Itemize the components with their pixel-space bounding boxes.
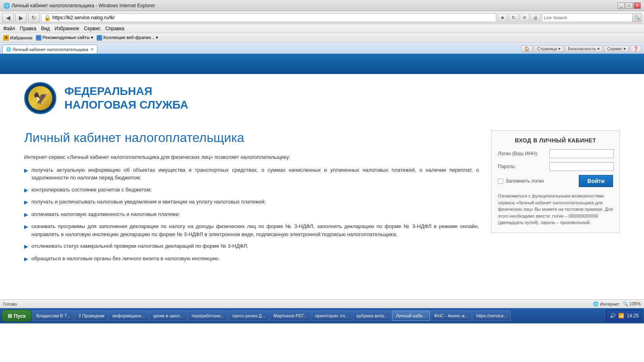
taskbar-item-5[interactable]: пресс-релиз Д...	[229, 311, 269, 321]
service-btn[interactable]: Сервис ▾	[604, 45, 629, 52]
minimize-button[interactable]: _	[617, 2, 625, 9]
search-box: Live Search 🔍	[542, 13, 642, 22]
tab-page-icon: 🌐	[6, 47, 11, 51]
taskbar-item-4[interactable]: переработанн...	[188, 311, 228, 321]
fns-logo: 🦅	[24, 82, 56, 114]
password-label: Пароль:	[498, 164, 546, 169]
status-text: Готово	[3, 302, 593, 306]
menu-file[interactable]: Файл	[3, 26, 15, 31]
favorites-item-recommended[interactable]: ⬡ Рекомендуемые сайты ▾	[36, 35, 93, 41]
start-button[interactable]: ⊞ Пуск	[2, 310, 32, 322]
toolbar-right-icons: ★ ↻ ✕ 🖨	[498, 13, 540, 22]
remember-checkbox[interactable]	[498, 179, 503, 184]
login-input[interactable]	[549, 149, 614, 158]
login-help-text: Ознакомиться с функциональными возможнос…	[498, 193, 613, 226]
maximize-button[interactable]: □	[625, 2, 633, 9]
windows-logo: ⊞	[8, 313, 12, 319]
fns-title-line2: НАЛОГОВАЯ СЛУЖБА	[64, 98, 188, 112]
login-title: ВХОД В ЛИЧНЫЙ КАБИНЕТ	[498, 137, 613, 144]
search-go-button[interactable]: 🔍	[632, 14, 641, 22]
status-zone: 🌐 Интернет	[593, 301, 619, 306]
close-button[interactable]: ✕	[634, 2, 641, 9]
favorites-btn[interactable]: ★	[498, 13, 508, 22]
taskbar-item-0[interactable]: Владислав В 7...	[33, 311, 74, 321]
tab-close-icon[interactable]: ✕	[91, 47, 94, 51]
menu-bar: Файл Правка Вид Избранное Сервис Справка	[0, 24, 644, 33]
stop-icon-btn[interactable]: ✕	[520, 13, 529, 22]
favorites-bar: ★ Избранное ⬡ Рекомендуемые сайты ▾ ⬡ Ко…	[0, 33, 644, 43]
page-title: Личный кабинет налогоплательщика	[24, 130, 479, 145]
menu-help[interactable]: Справка	[105, 26, 124, 31]
menu-edit[interactable]: Правка	[20, 26, 37, 31]
fav-icon-2: ⬡	[36, 35, 41, 41]
tray-icon-1: 🔊	[610, 313, 616, 319]
menu-view[interactable]: Вид	[41, 26, 50, 31]
tray-icon-2: 📶	[618, 313, 624, 319]
taskbar-tray: 🔊 📶 14:25	[606, 310, 642, 322]
remember-row: Запомнить логин Войти	[498, 175, 613, 187]
list-item: ▶ получать актуальную информацию об объе…	[24, 166, 479, 182]
taskbar-item-3[interactable]: уроки в школ...	[149, 311, 187, 321]
login-label: Логин (Ваш ИНН):	[498, 151, 546, 156]
remember-label: Запомнить логин	[506, 178, 544, 184]
favorites-icon: ★	[3, 35, 9, 41]
help-btn[interactable]: ❓	[630, 45, 642, 52]
taskbar-item-8[interactable]: рубрика вопр...	[353, 311, 392, 321]
taskbar-item-1[interactable]: 2 Проводник	[75, 311, 108, 321]
tab-personal-cabinet[interactable]: 🌐 Личный кабинет налогоплательщика ✕	[2, 45, 97, 53]
bullet-arrow-3: ▶	[24, 198, 28, 206]
taskbar-item-7[interactable]: принтскрин лл...	[312, 311, 352, 321]
login-box: ВХОД В ЛИЧНЫЙ КАБИНЕТ Логин (Ваш ИНН): П…	[491, 130, 620, 233]
page-header-bar	[0, 54, 644, 74]
search-input[interactable]	[569, 15, 632, 21]
taskbar-items: Владислав В 7... 2 Проводник информацион…	[33, 311, 605, 321]
tab-toolbar-right: 🏠 Страница ▾ Безопасность ▾ Сервис ▾ ❓	[521, 45, 642, 53]
list-item: ▶ оплачивать налоговую задолженность и н…	[24, 210, 479, 219]
menu-favorites[interactable]: Избранное	[55, 26, 79, 31]
list-item: ▶ отслеживать статус камеральной проверк…	[24, 242, 479, 251]
bullet-arrow-4: ▶	[24, 211, 28, 219]
favorites-item-collection[interactable]: ⬡ Коллекция веб-фрагме... ▾	[97, 35, 158, 41]
fns-logo-inner: 🦅	[28, 86, 52, 110]
favorites-item-main[interactable]: ★ Избранное	[3, 35, 33, 41]
zoom-level: 🔍 105%	[623, 301, 641, 306]
browser-toolbar: ◀ ▶ ↻ 🔒 ★ ↻ ✕ 🖨 Live Search 🔍	[0, 11, 644, 24]
system-clock: 14:25	[627, 313, 639, 319]
taskbar-item-2[interactable]: информацион...	[109, 311, 149, 321]
forward-button[interactable]: ▶	[15, 13, 27, 23]
print-icon-btn[interactable]: 🖨	[530, 13, 540, 22]
browser-titlebar: 🌐 Личный кабинет налогоплательщика - Win…	[0, 0, 644, 11]
login-button[interactable]: Войти	[579, 175, 613, 187]
refresh-button[interactable]: ↻	[28, 13, 39, 23]
list-item: ▶ получать и распечатывать налоговые уве…	[24, 198, 479, 206]
globe-icon: 🌐	[593, 301, 599, 306]
taskbar-item-6[interactable]: Мартынов РЕГ...	[270, 311, 311, 321]
address-input[interactable]	[52, 15, 493, 21]
page-content: 🦅 ФЕДЕРАЛЬНАЯ НАЛОГОВАЯ СЛУЖБА Личный ка…	[0, 74, 644, 299]
main-text-area: Личный кабинет налогоплательщика Интерне…	[24, 130, 479, 267]
fns-title-block: ФЕДЕРАЛЬНАЯ НАЛОГОВАЯ СЛУЖБА	[64, 84, 188, 111]
window-controls: _ □ ✕	[617, 2, 641, 9]
bullet-arrow-7: ▶	[24, 255, 28, 263]
menu-service[interactable]: Сервис	[84, 26, 101, 31]
bullet-arrow-6: ▶	[24, 243, 28, 251]
address-bar: 🔒	[41, 13, 496, 22]
list-item: ▶ контролировать состояние расчетов с бю…	[24, 186, 479, 194]
fav-icon-3: ⬡	[97, 35, 102, 41]
taskbar-item-9[interactable]: Личный каби...	[392, 311, 429, 321]
taskbar-item-11[interactable]: https://service...	[473, 311, 511, 321]
back-button[interactable]: ◀	[2, 13, 14, 23]
ssl-icon: 🔒	[44, 14, 51, 21]
tab-bar: 🌐 Личный кабинет налогоплательщика ✕ 🏠 С…	[0, 43, 644, 54]
security-btn[interactable]: Безопасность ▾	[565, 45, 603, 52]
home-btn[interactable]: 🏠	[521, 45, 533, 52]
ie-icon: 🌐	[3, 2, 10, 9]
refresh-icon-btn[interactable]: ↻	[509, 13, 518, 22]
taskbar-item-10[interactable]: ФНС - Анонс ж...	[431, 311, 472, 321]
list-item: ▶ обращаться в налоговые органы без личн…	[24, 255, 479, 263]
content-section: Личный кабинет налогоплательщика Интерне…	[0, 122, 644, 275]
bullet-arrow-5: ▶	[24, 223, 28, 231]
page-btn[interactable]: Страница ▾	[534, 45, 564, 52]
password-input[interactable]	[549, 162, 614, 171]
titlebar-title: 🌐 Личный кабинет налогоплательщика - Win…	[3, 2, 155, 9]
